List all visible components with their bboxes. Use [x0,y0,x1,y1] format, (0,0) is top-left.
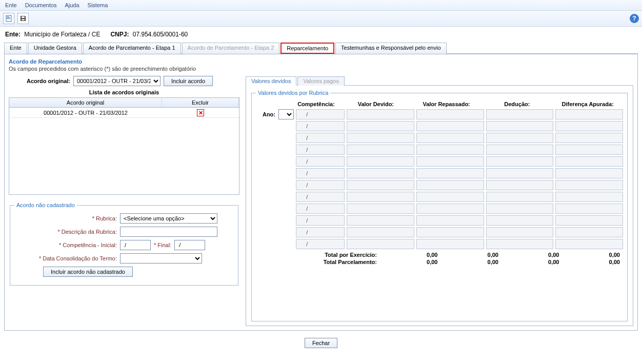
valores-header: Competência: Valor Devido: Valor Repassa… [256,101,623,107]
deducao-input[interactable] [486,215,554,226]
devido-input[interactable] [347,156,414,167]
devido-input[interactable] [347,192,414,202]
devido-input[interactable] [347,227,414,237]
help-icon[interactable]: ? [630,14,639,23]
toolbar: ? [0,11,642,27]
menu-sistema[interactable]: Sistema [85,1,111,9]
devido-input[interactable] [347,168,414,178]
competencia-input[interactable] [296,215,345,226]
acordo-original-select[interactable]: 00001/2012 - OUTR - 21/03/2012 [73,76,161,86]
fechar-button[interactable]: Fechar [305,338,337,348]
tab-unidade-gestora[interactable]: Unidade Gestora [28,43,82,54]
total-pa-repassado: 0,00 [441,259,502,265]
inner-tab-pagos[interactable]: Valores pagos [297,76,345,86]
diferenca-input[interactable] [555,227,623,237]
menu-documentos[interactable]: Documentos [22,1,60,9]
repassado-input[interactable] [416,156,484,167]
repassado-input[interactable] [416,227,484,237]
new-document-icon[interactable] [3,13,14,24]
competencia-input[interactable] [296,109,345,119]
valores-row [256,180,623,190]
repassado-input[interactable] [416,180,484,190]
diferenca-input[interactable] [555,156,623,167]
competencia-input[interactable] [296,180,345,190]
hdr-competencia: Competência: [292,101,340,107]
repassado-input[interactable] [416,121,484,131]
diferenca-input[interactable] [555,239,623,249]
tab-reparcelamento[interactable]: Reparcelamento [280,43,334,54]
descricao-input[interactable] [120,227,217,237]
incluir-acordo-button[interactable]: Incluir acordo [164,76,213,86]
devido-input[interactable] [347,204,414,214]
tab-testemunhas[interactable]: Testemunhas e Responsável pelo envio [335,43,446,54]
deducao-input[interactable] [486,204,554,214]
competencia-input[interactable] [296,239,345,249]
repassado-input[interactable] [416,215,484,226]
competencia-input[interactable] [296,156,345,167]
ente-value: Município de Fortaleza / CE [24,31,100,38]
competencia-input[interactable] [296,192,345,202]
tab-acordo-etapa1[interactable]: Acordo de Parcelamento - Etapa 1 [83,43,181,54]
competencia-input[interactable] [296,145,345,155]
deducao-input[interactable] [486,133,554,143]
diferenca-input[interactable] [555,168,623,178]
competencia-input[interactable] [296,121,345,131]
deducao-input[interactable] [486,145,554,155]
diferenca-input[interactable] [555,204,623,214]
delete-icon[interactable]: ✕ [197,109,204,116]
rubrica-select[interactable]: <Selecione uma opção> [120,213,217,224]
repassado-input[interactable] [416,239,484,249]
acordos-grid: Acordo original Excluir 00001/2012 - OUT… [9,97,239,195]
diferenca-input[interactable] [555,145,623,155]
ano-label: Ano: [256,111,276,117]
total-ex-devido: 0,00 [380,252,441,258]
competencia-input[interactable] [296,204,345,214]
devido-input[interactable] [347,121,414,131]
devido-input[interactable] [347,145,414,155]
comp-inicial-label: * Competência - Inicial: [14,242,117,248]
deducao-input[interactable] [486,121,554,131]
total-ex-diferenca: 0,00 [563,252,624,258]
repassado-input[interactable] [416,204,484,214]
ano-select[interactable] [278,109,294,119]
repassado-input[interactable] [416,145,484,155]
inner-tab-devidos[interactable]: Valores devidos [246,76,296,86]
diferenca-input[interactable] [555,180,623,190]
competencia-input[interactable] [296,168,345,178]
deducao-input[interactable] [486,239,554,249]
acordo-row-value: 00001/2012 - OUTR - 21/03/2012 [9,110,162,116]
deducao-input[interactable] [486,109,554,119]
incluir-acordo-nc-button[interactable]: Incluir acordo não cadastrado [43,267,133,277]
competencia-input[interactable] [296,133,345,143]
diferenca-input[interactable] [555,192,623,202]
competencia-input[interactable] [296,227,345,237]
comp-inicial-input[interactable] [120,240,151,250]
deducao-input[interactable] [486,227,554,237]
diferenca-input[interactable] [555,121,623,131]
menu-ajuda[interactable]: Ajuda [62,1,82,9]
comp-final-input[interactable] [174,240,205,250]
total-pa-diferenca: 0,00 [563,259,624,265]
devido-input[interactable] [347,215,414,226]
diferenca-input[interactable] [555,109,623,119]
devido-input[interactable] [347,133,414,143]
diferenca-input[interactable] [555,215,623,226]
deducao-input[interactable] [486,168,554,178]
repassado-input[interactable] [416,133,484,143]
diferenca-input[interactable] [555,133,623,143]
menu-ente[interactable]: Ente [2,1,20,9]
repassado-input[interactable] [416,109,484,119]
data-consolidacao-select[interactable] [120,253,202,264]
repassado-input[interactable] [416,192,484,202]
valores-row: Ano: [256,109,623,119]
devido-input[interactable] [347,239,414,249]
tab-ente[interactable]: Ente [4,43,27,54]
deducao-input[interactable] [486,180,554,190]
deducao-input[interactable] [486,156,554,167]
deducao-input[interactable] [486,192,554,202]
devido-input[interactable] [347,109,414,119]
devido-input[interactable] [347,180,414,190]
repassado-input[interactable] [416,168,484,178]
save-icon[interactable] [17,13,29,24]
valores-panel: Valores devidos por Rubrica Competência:… [246,85,633,326]
